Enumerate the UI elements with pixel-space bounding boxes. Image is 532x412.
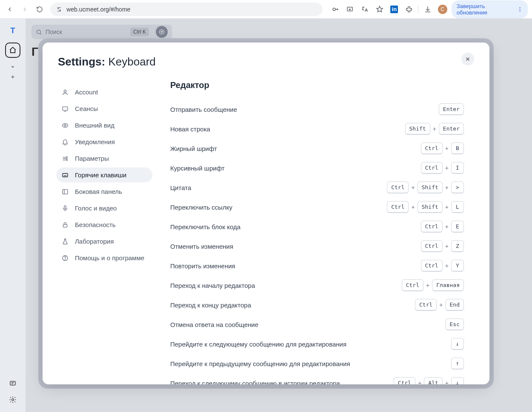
key-cap: E	[451, 221, 464, 233]
settings-nav-item[interactable]: Уведомления	[56, 134, 152, 149]
settings-nav-item[interactable]: Голос и видео	[56, 201, 152, 216]
svg-point-13	[64, 125, 66, 126]
keyboard-icon	[61, 172, 69, 179]
shortcut-row: Переход к концу редактораCtrl+End	[170, 295, 464, 315]
downloads-icon[interactable]	[422, 3, 433, 15]
shortcut-row: Переключить ссылкуCtrl+Shift+L	[170, 197, 464, 217]
workspace-icon[interactable]: T	[5, 23, 20, 38]
account-icon	[61, 89, 69, 96]
address-bar[interactable]: web.ucmeet.org/#/home	[50, 3, 323, 16]
svg-point-15	[66, 159, 68, 161]
back-button[interactable]	[4, 3, 16, 15]
shortcut-row: Курсивный шрифтCtrl+I	[170, 158, 464, 178]
key-separator: +	[445, 243, 449, 250]
key-separator: +	[411, 204, 415, 210]
settings-nav-item[interactable]: Безопасность	[56, 217, 152, 232]
key-cap: Ctrl	[421, 142, 443, 154]
shortcut-label: Цитата	[170, 184, 387, 191]
install-app-icon[interactable]	[344, 3, 356, 15]
shortcut-label: Перейдите к следующему сообщению для ред…	[170, 341, 451, 348]
shortcut-label: Перейдите к предыдущему сообщению для ре…	[170, 360, 451, 367]
extensions-icon[interactable]	[403, 3, 415, 15]
svg-point-0	[58, 8, 59, 9]
site-info-icon[interactable]	[56, 6, 62, 12]
shortcut-keys: Ctrl+Shift+L	[387, 201, 464, 213]
settings-nav-item[interactable]: Внешний вид	[56, 118, 152, 133]
shortcut-label: Переход к началу редактора	[170, 282, 402, 289]
home-icon[interactable]	[5, 43, 20, 58]
key-separator: +	[445, 223, 449, 230]
threads-icon[interactable]	[9, 380, 17, 387]
shortcut-keys: Enter	[439, 103, 464, 115]
key-cap: >	[451, 182, 464, 193]
settings-nav-item[interactable]: Сеансы	[56, 101, 152, 116]
toolbar-divider	[418, 5, 418, 14]
settings-nav-label: Внешний вид	[75, 122, 114, 129]
close-button[interactable]	[461, 53, 474, 65]
bookmark-icon[interactable]	[374, 3, 385, 15]
key-separator: +	[439, 301, 443, 308]
search-input[interactable]: Поиск Ctrl K	[31, 25, 172, 39]
shortcut-label: Отправить сообщение	[170, 106, 439, 113]
settings-nav-item[interactable]: Account	[56, 85, 152, 99]
svg-point-10	[160, 30, 164, 34]
settings-nav-label: Параметры	[75, 155, 109, 162]
shortcut-keys: ↓	[451, 338, 464, 350]
key-cap: Ctrl	[402, 279, 423, 291]
shortcut-row: ЦитатаCtrl+Shift+>	[170, 178, 464, 197]
security-icon	[61, 222, 69, 228]
key-separator: +	[445, 184, 449, 191]
key-cap: Ctrl	[421, 162, 443, 174]
shortcut-keys: Ctrl+I	[421, 162, 464, 174]
profile-avatar[interactable]: C	[437, 3, 448, 15]
settings-nav: AccountСеансыВнешний видУведомленияПарам…	[43, 80, 157, 384]
chevron-down-icon[interactable]: ⌄	[10, 62, 15, 69]
shortcut-keys: Ctrl+Y	[421, 260, 464, 272]
settings-nav-item[interactable]: Боковая панель	[56, 184, 152, 199]
shortcut-keys: Ctrl+End	[415, 299, 464, 311]
add-space-icon[interactable]: ＋	[10, 73, 16, 81]
key-cap: End	[446, 299, 464, 311]
shortcut-label: Отменить изменения	[170, 243, 421, 250]
compass-icon[interactable]	[156, 26, 168, 38]
key-cap: Ctrl	[394, 377, 415, 384]
settings-nav-item[interactable]: Помощь и о программе	[56, 250, 152, 265]
help-icon	[61, 255, 69, 261]
key-cap: Shift	[418, 182, 443, 193]
shortcut-label: Переход к следующему сообщению в истории…	[170, 380, 394, 385]
settings-nav-label: Помощь и о программе	[75, 254, 144, 261]
shortcut-list: Отправить сообщениеEnterНовая строкаShif…	[170, 99, 464, 384]
shortcut-label: Отмена ответа на сообщение	[170, 321, 446, 328]
translate-icon[interactable]	[359, 3, 371, 15]
svg-point-4	[519, 7, 520, 8]
shortcut-keys: Ctrl+Alt+↓	[394, 377, 464, 384]
key-cap: Z	[451, 240, 464, 252]
linkedin-icon[interactable]: in	[389, 3, 400, 15]
svg-point-21	[65, 259, 65, 259]
settings-nav-item[interactable]: Лаборатория	[56, 234, 152, 249]
settings-gear-icon[interactable]	[9, 396, 17, 403]
app-left-rail: T ⌄ ＋	[0, 19, 26, 412]
key-cap: Ctrl	[387, 182, 409, 193]
key-cap: ↑	[451, 358, 464, 369]
key-cap: Enter	[439, 103, 464, 115]
svg-rect-12	[63, 107, 68, 110]
shortcut-label: Переключить ссылку	[170, 204, 387, 211]
shortcut-row: Отмена ответа на сообщениеEsc	[170, 315, 464, 334]
shortcut-row: Новая строкаShift+Enter	[170, 119, 464, 139]
password-icon[interactable]	[329, 3, 341, 15]
search-kbd-hint: Ctrl K	[130, 28, 149, 36]
update-button[interactable]: Завершить обновление	[452, 0, 528, 18]
key-separator: +	[445, 145, 449, 152]
shortcut-keys: Ctrl+Z	[421, 240, 464, 252]
settings-nav-item[interactable]: Горячие клавиши	[56, 168, 152, 182]
key-cap: L	[451, 201, 464, 213]
settings-nav-item[interactable]: Параметры	[56, 151, 152, 166]
shortcut-label: Жирный шрифт	[170, 145, 421, 152]
appearance-icon	[61, 122, 69, 129]
forward-button[interactable]	[19, 3, 31, 15]
reload-button[interactable]	[34, 3, 45, 15]
svg-rect-19	[63, 224, 67, 227]
key-cap: Shift	[405, 123, 430, 135]
shortcut-keys: Esc	[446, 318, 464, 330]
